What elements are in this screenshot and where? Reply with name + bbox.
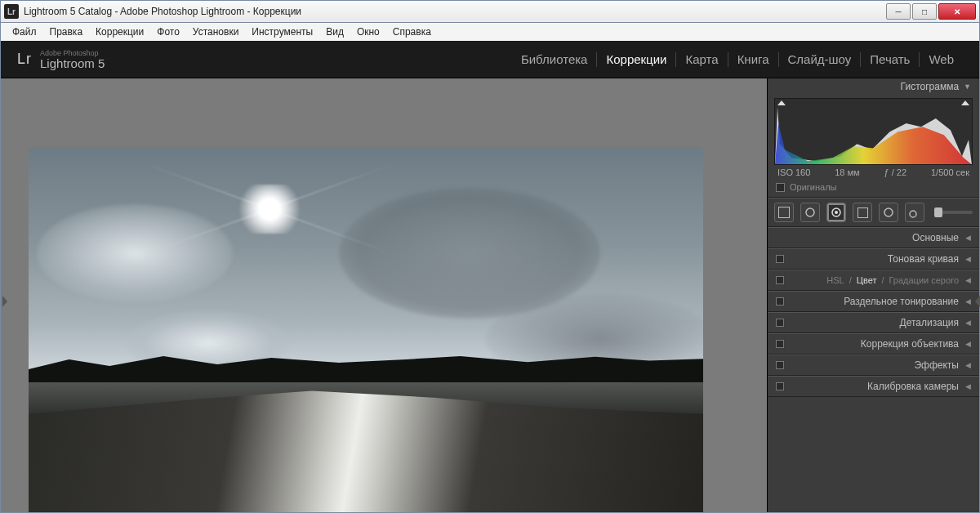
adjustment-brush-tool-icon[interactable] — [905, 203, 924, 222]
graduated-filter-tool-icon[interactable] — [853, 203, 872, 222]
left-panel-toggle-icon[interactable] — [2, 296, 7, 307]
module-map[interactable]: Карта — [676, 52, 727, 66]
crop-tool-icon[interactable] — [774, 203, 794, 222]
right-panel-toggle-icon[interactable] — [975, 296, 980, 307]
originals-label: Оригиналы — [790, 182, 837, 192]
panel-toggle-icon[interactable] — [776, 340, 784, 348]
tool-strip — [768, 198, 979, 227]
panel-toggle-icon[interactable] — [776, 319, 784, 327]
svg-point-0 — [806, 208, 814, 216]
panel-toggle-icon[interactable] — [776, 297, 784, 306]
brand-mark: Lr — [17, 51, 32, 68]
panel-basic-label: Основные — [912, 232, 959, 243]
panel-lens-correction-label: Коррекция объектива — [861, 338, 959, 350]
histogram[interactable] — [774, 98, 973, 165]
minimize-button[interactable]: ─ — [886, 3, 911, 20]
panel-effects[interactable]: Эффекты ◀ — [768, 355, 979, 376]
menu-develop[interactable]: Коррекции — [89, 25, 150, 39]
menu-file[interactable]: Файл — [6, 25, 43, 39]
window-title: Lightroom 5 Catalog - Adobe Photoshop Li… — [24, 6, 301, 17]
panel-tone-curve[interactable]: Тоновая кривая ◀ — [768, 248, 979, 270]
module-develop[interactable]: Коррекции — [597, 52, 675, 66]
collapse-icon: ▼ — [964, 83, 971, 91]
originals-row[interactable]: Оригиналы — [768, 180, 979, 198]
maximize-button[interactable]: □ — [912, 3, 937, 20]
red-eye-tool-icon[interactable] — [826, 203, 846, 222]
chevron-left-icon: ◀ — [965, 234, 971, 242]
module-header: Lr Adobe Photoshop Lightroom 5 Библиотек… — [1, 41, 979, 78]
chevron-left-icon: ◀ — [965, 382, 971, 390]
close-button[interactable]: ✕ — [938, 3, 976, 20]
app-frame: Lr Adobe Photoshop Lightroom 5 Библиотек… — [0, 41, 980, 513]
exif-shutter: 1/500 сек — [931, 167, 969, 177]
exif-focal: 18 мм — [835, 167, 859, 177]
histogram-header[interactable]: Гистограмма ▼ — [768, 78, 979, 95]
menu-photo[interactable]: Фото — [150, 25, 186, 39]
photo-preview[interactable] — [29, 147, 703, 512]
spot-removal-tool-icon[interactable] — [800, 203, 820, 222]
module-web[interactable]: Web — [920, 52, 963, 66]
panel-split-toning[interactable]: Раздельное тонирование ◀ — [768, 291, 979, 312]
menu-view[interactable]: Вид — [319, 25, 350, 39]
chevron-left-icon: ◀ — [965, 255, 971, 263]
menu-bar: Файл Правка Коррекции Фото Установки Инс… — [0, 23, 980, 41]
chevron-left-icon: ◀ — [965, 297, 971, 306]
tab-bw[interactable]: Градации серого — [889, 275, 960, 285]
panel-basic[interactable]: Основные ◀ — [768, 227, 979, 248]
panel-tone-curve-label: Тоновая кривая — [888, 253, 959, 265]
exif-row: ISO 160 18 мм ƒ / 22 1/500 сек — [768, 165, 979, 180]
chevron-left-icon: ◀ — [965, 319, 971, 327]
panel-toggle-icon[interactable] — [776, 276, 784, 284]
canvas-area — [1, 78, 767, 512]
chevron-left-icon: ◀ — [965, 276, 971, 284]
chevron-left-icon: ◀ — [965, 340, 971, 348]
module-book[interactable]: Книга — [728, 52, 778, 66]
module-library[interactable]: Библиотека — [512, 52, 597, 66]
panel-detail-label: Детализация — [900, 317, 959, 328]
exif-aperture: ƒ / 22 — [884, 167, 907, 177]
svg-point-4 — [910, 211, 916, 217]
svg-point-3 — [884, 208, 893, 216]
panel-hsl[interactable]: HSL/ Цвет/ Градации серого ◀ — [768, 270, 979, 291]
panel-effects-label: Эффекты — [914, 359, 959, 371]
tab-color[interactable]: Цвет — [857, 275, 877, 285]
app-badge-icon: Lr — [4, 4, 19, 19]
panel-toggle-icon[interactable] — [776, 361, 784, 369]
originals-checkbox[interactable] — [776, 183, 785, 192]
panel-camera-calibration-label: Калибровка камеры — [867, 381, 959, 392]
panel-split-toning-label: Раздельное тонирование — [844, 296, 959, 307]
right-panel: Гистограмма ▼ ISO 160 18 мм ƒ / 22 1/500… — [767, 78, 979, 512]
menu-window[interactable]: Окно — [350, 25, 386, 39]
menu-edit[interactable]: Правка — [43, 25, 90, 39]
module-print[interactable]: Печать — [861, 52, 919, 66]
brand-big: Lightroom 5 — [40, 57, 105, 69]
panel-toggle-icon[interactable] — [776, 255, 784, 263]
panel-lens-correction[interactable]: Коррекция объектива ◀ — [768, 333, 979, 355]
panel-toggle-icon[interactable] — [776, 382, 784, 390]
menu-help[interactable]: Справка — [386, 25, 438, 39]
module-slideshow[interactable]: Слайд-шоу — [779, 52, 861, 66]
module-picker: Библиотека Коррекции Карта Книга Слайд-ш… — [512, 52, 963, 67]
panel-camera-calibration[interactable]: Калибровка камеры ◀ — [768, 376, 979, 397]
brush-size-slider[interactable] — [934, 211, 973, 214]
menu-tools[interactable]: Инструменты — [245, 25, 319, 39]
svg-point-2 — [835, 211, 838, 214]
window-controls: ─ □ ✕ — [884, 3, 976, 20]
exif-iso: ISO 160 — [777, 167, 810, 177]
tab-hsl[interactable]: HSL — [826, 275, 844, 285]
radial-filter-tool-icon[interactable] — [879, 203, 898, 222]
chevron-left-icon: ◀ — [965, 361, 971, 369]
histogram-label: Гистограмма — [901, 81, 959, 92]
menu-presets[interactable]: Установки — [186, 25, 245, 39]
panel-detail[interactable]: Детализация ◀ — [768, 312, 979, 333]
window-titlebar: Lr Lightroom 5 Catalog - Adobe Photoshop… — [0, 0, 980, 23]
workspace: Гистограмма ▼ ISO 160 18 мм ƒ / 22 1/500… — [1, 78, 979, 512]
